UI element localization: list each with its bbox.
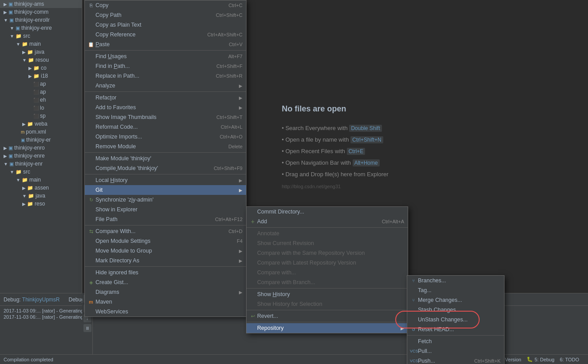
tree-item-main2[interactable]: ▼ 📁 main [0,176,82,184]
tree-item-ap1[interactable]: ▶ ⬛ ap [0,80,82,88]
menu-pull[interactable]: VCS Pull... [407,346,504,356]
menu-move-module[interactable]: Move Module to Group ▶ [85,246,246,256]
menu-local-history[interactable]: Local History ▶ [85,175,246,185]
tree-item-java[interactable]: ▶ 📁 java [0,48,82,56]
hint-open-file: Open a file by name with Ctrl+Shift+N [282,134,388,146]
menu-compare-with-branch: Compare with Branch... [246,277,408,287]
debug-label: Debug: ThinkjoyUpmsR [0,295,64,305]
status-debug[interactable]: 🐛 5: Debug [527,356,555,362]
menu-fetch[interactable]: Fetch [407,336,504,346]
hint-nav-bar: Open Navigation Bar with Alt+Home [282,157,388,169]
separator-repo-1 [407,335,504,336]
tree-item-thinkjoy-enre[interactable]: ▼ ▣ thinkjoy-enre [0,24,82,32]
menu-copy[interactable]: ⎘ Copy Ctrl+C [85,0,246,10]
separator-git-2 [246,288,408,289]
hint-search: Search Everywhere with Double Shift [282,123,388,134]
menu-mark-directory[interactable]: Mark Directory As ▶ [85,256,246,265]
menu-find-usages[interactable]: Find Usages Alt+F7 [85,51,246,61]
menu-merge-changes[interactable]: ⑂ Merge Changes... [407,295,504,305]
menu-synchronize[interactable]: ↻ Synchronize 'zjy-admin' [85,195,246,205]
menu-create-gist[interactable]: ◈ Create Gist... [85,277,246,287]
menu-revert[interactable]: ↩ Revert... [246,311,408,321]
menu-make-module[interactable]: Make Module 'thinkjoy' [85,154,246,163]
tree-item-co[interactable]: ▶ 📁 co [0,64,82,72]
tree-item-thinkjoy-enro[interactable]: ▶ ▣ thinkjoy-enro [0,144,82,152]
separator-2 [85,91,246,92]
menu-tag[interactable]: Tag... [407,285,504,295]
tree-item-thinkjoy-er[interactable]: ▶ ▣ thinkjoy-er [0,136,82,144]
vcs-merge-icon: ⑂ [410,298,417,303]
menu-file-path[interactable]: File Path Ctrl+Alt+F12 [85,214,246,224]
menu-hide-ignored[interactable]: Hide ignored files [85,268,246,277]
menu-copy-path[interactable]: Copy Path Ctrl+Shift+C [85,10,246,20]
compare-icon: ⇆ [87,229,95,234]
menu-paste[interactable]: 📋 Paste Ctrl+V [85,40,246,49]
menu-show-image-thumbnails[interactable]: Show Image Thumbnails Ctrl+Shift+T [85,112,246,122]
add-icon: + [249,218,256,225]
menu-branches[interactable]: ⑂ Branches... [407,276,504,285]
menu-commit-directory[interactable]: Commit Directory... [246,207,408,217]
tree-item-java2[interactable]: ▼ 📁 java [0,192,82,200]
separator-4 [85,174,246,174]
menu-reformat-code[interactable]: Reformat Code... Ctrl+Alt+L [85,122,246,132]
tree-item-weba[interactable]: ▶ 📁 weba [0,120,82,128]
menu-add-to-favorites[interactable]: Add to Favorites ▶ [85,103,246,112]
separator-git-4 [246,322,408,322]
menu-compile-module[interactable]: Compile Module 'thinkjoy' Ctrl+Shift+F9 [85,163,246,173]
tree-item-thinkjoy-ams[interactable]: ▶ ▣ thinkjoy-ams [0,0,82,8]
separator-git-1 [246,227,408,228]
tree-item-src[interactable]: ▼ 📁 src [0,32,82,40]
vcs-pull-icon: VCS [410,349,417,353]
tree-item-src2[interactable]: ▼ 📁 src [0,168,82,176]
debug-pause-btn[interactable]: ⏸ [83,324,91,332]
vcs-reset-icon: ↺ [410,327,417,332]
status-compilation: Compilation completed [4,357,53,362]
menu-copy-plain-text[interactable]: Copy as Plain Text [85,20,246,30]
tree-item-main[interactable]: ▼ 📁 main [0,40,82,48]
tree-item-thinkjoy-enrollr[interactable]: ▼ ▣ thinkjoy-enrollr [0,16,82,24]
menu-add[interactable]: + Add Ctrl+Alt+A [246,217,408,226]
menu-replace-in-path[interactable]: Replace in Path... Ctrl+Shift+R [85,71,246,81]
tree-item-thinkjoy-comm[interactable]: ▶ ▣ thinkjoy-comm [0,8,82,16]
menu-push[interactable]: VCS Push... Ctrl+Shift+K [407,356,504,364]
tree-item-thinkjoy-enre2[interactable]: ▶ ▣ thinkjoy-enre [0,152,82,160]
tree-item-eh[interactable]: ▶ ⬛ eh [0,96,82,104]
menu-find-in-path[interactable]: Find in Path... Ctrl+Shift+F [85,61,246,71]
tree-item-reso[interactable]: ▶ 📁 reso [0,200,82,208]
menu-unstash-changes[interactable]: UnStash Changes... [407,315,504,324]
menu-maven[interactable]: m Maven [85,297,246,307]
menu-open-module-settings[interactable]: Open Module Settings F4 [85,236,246,246]
separator-3 [85,152,246,153]
tree-item-thinkjoy-enr[interactable]: ▼ ▣ thinkjoy-enr [0,160,82,168]
menu-reset-head[interactable]: ↺ Reset HEAD... [407,324,504,334]
menu-compare-latest-repo: Compare with Latest Repository Version [246,258,408,268]
menu-show-in-explorer[interactable]: Show in Explorer [85,205,246,214]
vcs-push-icon: VCS [410,359,417,363]
menu-copy-reference[interactable]: Copy Reference Ctrl+Alt+Shift+C [85,30,246,40]
separator-6 [85,266,246,267]
menu-git[interactable]: Git ▶ [85,185,246,195]
menu-show-history[interactable]: Show History [246,289,408,299]
tree-item-assen[interactable]: ▶ 📁 assen [0,184,82,192]
menu-optimize-imports[interactable]: Optimize Imports... Ctrl+Alt+O [85,132,246,142]
tree-item-lo[interactable]: ▶ ⬛ lo [0,104,82,112]
menu-compare-same-repo: Compare with the Same Repository Version [246,248,408,258]
menu-analyze[interactable]: Analyze ▶ [85,81,246,91]
tree-item-resou[interactable]: ▼ 📁 resou [0,56,82,64]
menu-webservices[interactable]: WebServices [85,307,246,317]
tree-item-i18[interactable]: ▶ 📁 i18 [0,72,82,80]
hint-recent: Open Recent Files with Ctrl+E [282,146,388,157]
menu-remove-module[interactable]: Remove Module Delete [85,142,246,151]
paste-icon: 📋 [87,42,95,47]
menu-refactor[interactable]: Refactor ▶ [85,93,246,103]
menu-diagrams[interactable]: Diagrams ▶ [85,287,246,297]
menu-compare-with[interactable]: ⇆ Compare With... Ctrl+D [85,226,246,236]
tree-item-sp[interactable]: ▶ ⬛ sp [0,112,82,120]
separator-5 [85,225,246,226]
menu-stash-changes[interactable]: Stash Changes... [407,305,504,315]
status-todo[interactable]: 6: TODO [560,357,579,362]
menu-repository[interactable]: Repository ▶ [246,323,408,333]
context-menu-1: ⎘ Copy Ctrl+C Copy Path Ctrl+Shift+C Cop… [84,0,246,317]
tree-item-ap2[interactable]: ▶ ⬛ ap [0,88,82,96]
tree-item-pomxml[interactable]: ▶ m pom.xml [0,128,82,136]
